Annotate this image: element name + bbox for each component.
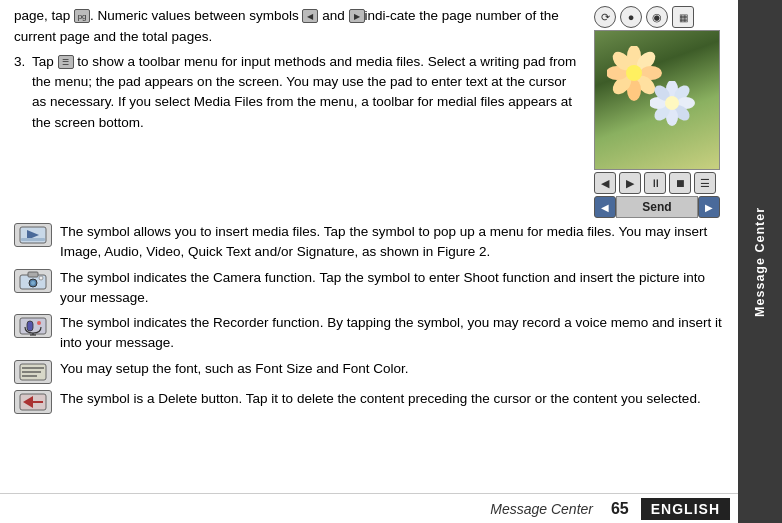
top-row: page, tap pg. Numeric values between sym… <box>14 6 724 218</box>
menu-icon: ☰ <box>694 172 716 194</box>
right-sidebar: Message Center <box>738 0 782 523</box>
top-paragraph: page, tap pg. Numeric values between sym… <box>14 6 584 48</box>
toolbar-icon: ☰ <box>58 55 74 69</box>
item-icon-3 <box>14 360 52 384</box>
item-text-1: The symbol indicates the Camera function… <box>60 268 724 309</box>
svg-rect-21 <box>21 238 45 241</box>
item-text-0: The symbol allows you to insert media fi… <box>60 222 724 263</box>
send-right-icon: ▶ <box>698 196 720 218</box>
numbered-item-3: 3. Tap ☰ to show a toolbar menu for inpu… <box>14 52 584 133</box>
send-button[interactable]: Send <box>616 196 698 218</box>
svg-point-9 <box>626 65 642 81</box>
camera-top-icons: ⟳ ● ◉ ▦ <box>594 6 724 28</box>
camera-preview <box>594 30 720 170</box>
item3-num: 3. <box>14 52 32 72</box>
cam-icon-1: ⟳ <box>594 6 616 28</box>
symbol-items-list: The symbol allows you to insert media fi… <box>14 222 724 414</box>
play2-icon: ▶ <box>619 172 641 194</box>
item-icon-4 <box>14 390 52 414</box>
camera-bottom-bar: ◀ ▶ ⏸ ⏹ ☰ <box>594 172 724 194</box>
send-bar: ◀ Send ▶ <box>594 196 720 218</box>
top-text-col: page, tap pg. Numeric values between sym… <box>14 6 594 138</box>
right-arrow-icon: ▶ <box>349 9 365 23</box>
svg-rect-28 <box>27 321 33 331</box>
page-number: 65 <box>611 500 629 518</box>
item-row-4: The symbol is a Delete button. Tap it to… <box>14 389 724 414</box>
svg-point-31 <box>37 321 41 325</box>
item-icon-0 <box>14 223 52 247</box>
sidebar-label: Message Center <box>753 207 767 317</box>
item-text-4: The symbol is a Delete button. Tap it to… <box>60 389 724 409</box>
english-label: ENGLISH <box>641 498 730 520</box>
pause-icon: ⏸ <box>644 172 666 194</box>
bottom-bar: Message Center 65 ENGLISH <box>0 493 738 523</box>
svg-point-18 <box>665 96 679 110</box>
item-row-0: The symbol allows you to insert media fi… <box>14 222 724 263</box>
play-icon: ◀ <box>594 172 616 194</box>
bottom-label: Message Center <box>490 501 593 517</box>
item-icon-1 <box>14 269 52 293</box>
page-tap-text: page, tap <box>14 8 70 23</box>
svg-point-25 <box>31 281 35 285</box>
item-row-2: The symbol indicates the Recorder functi… <box>14 313 724 354</box>
svg-point-26 <box>39 276 43 280</box>
cam-icon-4: ▦ <box>672 6 694 28</box>
cam-icon-2: ● <box>620 6 642 28</box>
send-left-icon: ◀ <box>594 196 616 218</box>
cam-icon-3: ◉ <box>646 6 668 28</box>
item-text-3: You may setup the font, such as Font Siz… <box>60 359 724 379</box>
and-text: and <box>322 8 345 23</box>
item3-text: Tap ☰ to show a toolbar menu for input m… <box>32 52 584 133</box>
flower-right <box>650 81 695 126</box>
left-arrow-icon: ◀ <box>302 9 318 23</box>
end-icon: ⏹ <box>669 172 691 194</box>
camera-preview-area: ⟳ ● ◉ ▦ <box>594 6 724 218</box>
page-icon: pg <box>74 9 90 23</box>
item-icon-2 <box>14 314 52 338</box>
main-content: page, tap pg. Numeric values between sym… <box>0 0 738 523</box>
item-row-3: You may setup the font, such as Font Siz… <box>14 359 724 384</box>
between-text: . Numeric values between symbols <box>90 8 299 23</box>
item-text-2: The symbol indicates the Recorder functi… <box>60 313 724 354</box>
item-row-1: The symbol indicates the Camera function… <box>14 268 724 309</box>
svg-rect-23 <box>28 272 38 277</box>
